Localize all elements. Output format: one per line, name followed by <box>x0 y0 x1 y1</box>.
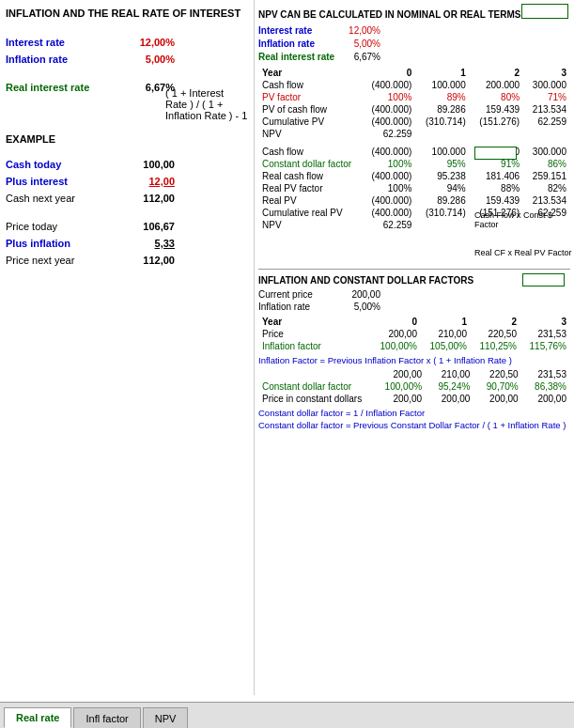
price-next-year-row: Price next year 112,00 <box>6 252 248 269</box>
interest-rate-value: 12,00% <box>118 37 175 48</box>
plus-interest-value: 12,00 <box>118 176 175 187</box>
rate-inflation-label: Inflation rate <box>258 39 343 49</box>
current-price-label: Current price <box>258 289 343 300</box>
interest-rate-label: Interest rate <box>6 37 118 48</box>
infl-row-factor: Inflation factor 100,00%105,00%110,25%11… <box>258 340 570 352</box>
tab-npv[interactable]: NPV <box>143 707 189 728</box>
rate-real-label: Real interest rate <box>258 52 343 62</box>
inflation-rate-value2: 5,00% <box>343 302 380 312</box>
note2: Real CF x Real PV Factor <box>474 248 574 257</box>
cash-next-year-label: Cash next year <box>6 193 118 204</box>
nominal-row-cumpv: Cumulative PV (400.000)(310.714)(151.276… <box>258 116 570 128</box>
inflation-rate-label2: Inflation rate <box>258 302 343 312</box>
main-title: INFLATION AND THE REAL RATE OF INTEREST <box>6 8 248 19</box>
spreadsheet: INFLATION AND THE REAL RATE OF INTEREST … <box>0 0 574 695</box>
vertical-divider <box>254 0 255 695</box>
infl-table2: 200,00210,00220,50231,53 Constant dollar… <box>258 368 570 405</box>
tab-infl-factor[interactable]: Infl factor <box>73 707 140 728</box>
price-next-year-label: Price next year <box>6 255 118 266</box>
interest-rate-row: Interest rate 12,00% <box>6 34 248 51</box>
infl2-row-price: 200,00210,00220,50231,53 <box>258 368 570 380</box>
formula2: Constant dollar factor = 1 / Inflation F… <box>258 408 570 418</box>
rates-block: Interest rate 12,00% Inflation rate 5,00… <box>258 23 570 63</box>
cash-next-year-value: 112,00 <box>118 193 175 204</box>
infl-table1: Year 0 1 2 3 Price 200,00210,00220,50231… <box>258 316 570 352</box>
note1: Cash Flow x Const $ Factor <box>474 210 574 229</box>
nominal-row-pvcashflow: PV of cash flow (400.000)89.286159.43921… <box>258 103 570 116</box>
infl2-row-constdollar: Price in constant dollars 200,00200,0020… <box>258 393 570 405</box>
plus-interest-label: Plus interest <box>6 176 118 187</box>
notes-block: Cash Flow x Const $ Factor Real CF x Rea… <box>474 147 574 257</box>
rate-interest-value: 12,00% <box>343 25 380 36</box>
cash-today-value: 100,00 <box>118 159 175 170</box>
cash-next-year-row: Cash next year 112,00 <box>6 190 248 207</box>
rate-interest-label: Interest rate <box>258 25 343 36</box>
formula1: Inflation Factor = Previous Inflation Fa… <box>258 355 570 365</box>
formula-text: ( 1 + Interest Rate ) / ( 1 + Inflation … <box>165 87 248 121</box>
price-today-value: 106,67 <box>118 221 175 232</box>
cash-today-row: Cash today 100,00 <box>6 156 248 173</box>
inflation-rate-row: Inflation rate 5,00% <box>6 51 248 68</box>
price-today-row: Price today 106,67 <box>6 218 248 235</box>
plus-inflation-label: Plus inflation <box>6 238 118 249</box>
inflation-rate-value: 5,00% <box>118 54 175 65</box>
current-price-value: 200,00 <box>343 289 380 300</box>
rate-inflation-value: 5,00% <box>343 39 380 49</box>
right-panel: NPV CAN BE CALCULATED IN NOMINAL OR REAL… <box>254 0 574 695</box>
left-panel: INFLATION AND THE REAL RATE OF INTEREST … <box>0 0 254 695</box>
cell-box-1 <box>474 147 517 160</box>
infl-row-price: Price 200,00210,00220,50231,53 <box>258 328 570 340</box>
plus-inflation-value: 5,33 <box>118 238 175 249</box>
rate-real-value: 6,67% <box>343 52 380 62</box>
nominal-row-cashflow: Cash flow (400.000)100.000200.000300.000 <box>258 79 570 91</box>
example-label: EXAMPLE <box>6 133 248 145</box>
price-today-label: Price today <box>6 221 118 232</box>
infl2-row-constfactor: Constant dollar factor 100,00%95,24%90,7… <box>258 380 570 393</box>
header-box <box>521 4 568 19</box>
price-next-year-value: 112,00 <box>118 255 175 266</box>
divider1 <box>258 269 570 270</box>
cash-today-label: Cash today <box>6 159 118 170</box>
nominal-row-pvfactor: PV factor 100%89%80%71% <box>258 91 570 103</box>
cell-box-2 <box>522 273 565 287</box>
tab-real-rate[interactable]: Real rate <box>4 707 71 728</box>
nominal-table: Year 0 1 2 3 Cash flow (400.000)100.0002… <box>258 67 570 140</box>
formula3: Constant dollar factor = Previous Consta… <box>258 420 570 430</box>
formula-row: ( 1 + Interest Rate ) / ( 1 + Inflation … <box>6 96 248 113</box>
real-interest-label: Real interest rate <box>6 82 118 93</box>
nominal-row-npv: NPV 62.259 <box>258 128 570 140</box>
plus-interest-row: Plus interest 12,00 <box>6 173 248 190</box>
inflation-rate-label: Inflation rate <box>6 54 118 65</box>
tabs-bar: Real rate Infl factor NPV <box>0 702 574 728</box>
plus-inflation-row: Plus inflation 5,33 <box>6 235 248 252</box>
